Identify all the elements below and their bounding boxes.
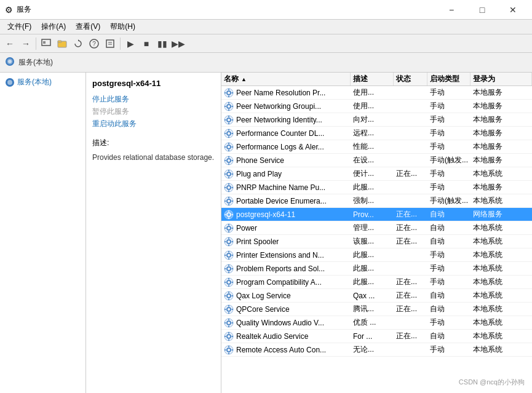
service-desc: Prov... (353, 210, 374, 219)
service-name: Peer Networking Identity... (236, 116, 322, 124)
header-startup[interactable]: 启动类型 (427, 73, 470, 85)
service-rows[interactable]: Peer Name Resolution Pr... 使用... 手动 本地服务… (221, 86, 532, 393)
service-desc: 此服... (353, 277, 374, 287)
action-restart[interactable]: 重启动此服务 (92, 119, 215, 129)
description-text: Provides relational database storage. (92, 152, 215, 163)
back-button[interactable]: ← (2, 36, 17, 51)
service-login: 本地系统 (473, 344, 502, 355)
table-row[interactable]: Portable Device Enumera... 强制... 手动(触发..… (221, 194, 532, 208)
pause-button[interactable]: ▮▮ (155, 36, 170, 51)
toolbar-btn-folder[interactable] (55, 36, 69, 51)
menu-file[interactable]: 文件(F) (2, 20, 36, 33)
sidebar-label: 服务(本地) (17, 77, 52, 87)
menu-help[interactable]: 帮助(H) (105, 20, 140, 33)
service-startup: 手动 (430, 101, 445, 111)
service-name: Performance Logs & Aler... (236, 143, 324, 151)
service-gear-icon (224, 101, 234, 111)
table-row[interactable]: Plug and Play 便计... 正在... 手动 本地系统 (221, 167, 532, 181)
selected-service-name: postgresql-x64-11 (92, 79, 215, 88)
table-row[interactable]: QPCore Service 腾讯... 正在... 自动 本地系统 (221, 303, 532, 316)
service-startup: 自动 (430, 223, 445, 233)
service-gear-icon (224, 183, 234, 193)
service-login: 本地系统 (473, 169, 502, 179)
toolbar-sep-1 (36, 38, 36, 50)
forward-button[interactable]: → (18, 36, 33, 51)
action-stop[interactable]: 停止此服务 (92, 94, 215, 105)
table-row[interactable]: Peer Name Resolution Pr... 使用... 手动 本地服务 (221, 86, 532, 100)
table-row[interactable]: PNRP Machine Name Pu... 此服... 手动 本地服务 (221, 181, 532, 194)
service-login: 本地服务 (473, 182, 502, 193)
service-login: 本地系统 (473, 304, 502, 314)
service-name: Program Compatibility A... (236, 278, 322, 287)
service-gear-icon (224, 115, 234, 125)
service-gear-icon (224, 291, 234, 301)
menu-view[interactable]: 查看(V) (71, 20, 105, 33)
header-name[interactable]: 名称 ▲ (221, 73, 351, 85)
close-button[interactable]: ✕ (499, 2, 527, 17)
address-label: 服务(本地) (18, 57, 53, 68)
restart-button[interactable]: ▶▶ (171, 36, 186, 51)
table-row[interactable]: Performance Logs & Aler... 性能... 手动 本地服务 (221, 140, 532, 154)
toolbar-sep-2 (120, 38, 121, 50)
service-startup: 自动 (430, 290, 445, 301)
sidebar-node-local[interactable]: 服务(本地) (2, 75, 83, 89)
header-status[interactable]: 状态 (394, 73, 427, 85)
service-name: Printer Extensions and N... (236, 251, 324, 260)
toolbar-btn-up[interactable] (39, 36, 54, 51)
service-status: 正在... (396, 331, 417, 341)
title-controls: − □ ✕ (437, 2, 527, 17)
service-desc: 使用... (353, 87, 374, 98)
main-container: 服务(本地) postgresql-x64-11 停止此服务 暂停此服务 重启动… (0, 73, 532, 393)
service-login: 本地系统 (473, 290, 502, 301)
service-gear-icon (224, 345, 234, 355)
table-row[interactable]: Peer Networking Groupi... 使用... 手动 本地服务 (221, 100, 532, 113)
service-startup: 自动 (430, 331, 445, 341)
svg-point-12 (8, 60, 12, 63)
table-row[interactable]: Quality Windows Audio V... 优质 ... 手动 本地系… (221, 316, 532, 330)
service-gear-icon (224, 277, 234, 287)
service-startup: 自动 (430, 209, 445, 220)
toolbar-btn-help[interactable]: ? (87, 36, 101, 51)
service-gear-icon (224, 210, 234, 220)
minimize-button[interactable]: − (437, 2, 466, 17)
service-login: 本地系统 (473, 317, 502, 328)
header-desc[interactable]: 描述 (351, 73, 394, 85)
stop-button[interactable]: ■ (139, 36, 154, 51)
service-startup: 手动 (430, 169, 445, 179)
toolbar-btn-refresh[interactable] (71, 36, 85, 51)
maximize-button[interactable]: □ (468, 2, 496, 17)
service-desc: 强制... (353, 196, 374, 206)
table-row[interactable]: Peer Networking Identity... 向对... 手动 本地服… (221, 113, 532, 127)
table-row[interactable]: Remote Access Auto Con... 无论... 手动 本地系统 (221, 343, 532, 357)
service-desc: Qax ... (353, 292, 375, 300)
table-row[interactable]: Power 管理... 正在... 自动 本地系统 (221, 221, 532, 235)
service-gear-icon (224, 196, 234, 206)
address-icon (5, 57, 15, 68)
svg-text:?: ? (92, 41, 96, 47)
service-gear-icon (224, 169, 234, 179)
table-row[interactable]: postgresql-x64-11 Prov... 正在... 自动 网络服务 (221, 208, 532, 221)
table-row[interactable]: Print Spooler 该服... 正在... 自动 本地系统 (221, 235, 532, 248)
service-gear-icon (224, 264, 234, 274)
list-header: 名称 ▲ 描述 状态 启动类型 登录为 (221, 73, 532, 86)
menu-action[interactable]: 操作(A) (36, 20, 71, 33)
service-login: 本地系统 (473, 277, 502, 287)
header-login[interactable]: 登录为 (470, 73, 532, 85)
service-startup: 手动 (430, 87, 445, 98)
table-row[interactable]: Phone Service 在设... 手动(触发... 本地服务 (221, 154, 532, 167)
play-button[interactable]: ▶ (123, 36, 138, 51)
service-name: Peer Networking Groupi... (236, 102, 321, 111)
service-status: 正在... (396, 290, 417, 301)
toolbar-btn-export[interactable] (103, 36, 117, 51)
service-gear-icon (224, 331, 234, 341)
service-startup: 手动 (430, 141, 445, 152)
table-row[interactable]: Printer Extensions and N... 此服... 手动 本地系… (221, 248, 532, 262)
table-row[interactable]: Problem Reports and Sol... 此服... 手动 本地系统 (221, 262, 532, 276)
table-row[interactable]: Qax Log Service Qax ... 正在... 自动 本地系统 (221, 289, 532, 303)
table-row[interactable]: Performance Counter DL... 远程... 手动 本地服务 (221, 127, 532, 140)
info-panel: postgresql-x64-11 停止此服务 暂停此服务 重启动此服务 描述:… (86, 73, 221, 393)
table-row[interactable]: Realtek Audio Service For ... 正在... 自动 本… (221, 330, 532, 343)
service-status: 正在... (396, 169, 417, 179)
table-row[interactable]: Program Compatibility A... 此服... 正在... 手… (221, 276, 532, 289)
menu-bar: 文件(F) 操作(A) 查看(V) 帮助(H) (0, 20, 532, 34)
